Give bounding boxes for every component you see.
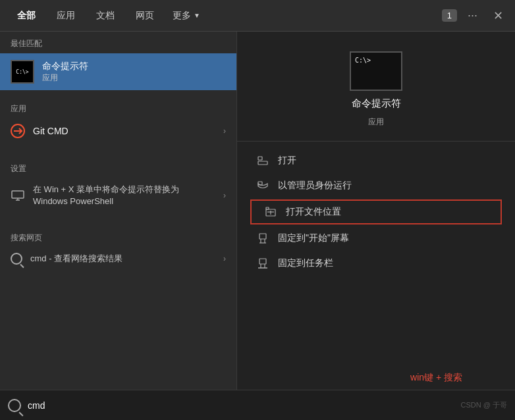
action-open-location-label: 打开文件位置	[286, 206, 341, 218]
web-search-arrow: ›	[223, 254, 226, 263]
setting-powershell-item[interactable]: 在 Win + X 菜单中将命令提示符替换为 Windows PowerShel…	[0, 178, 236, 213]
git-cmd-item[interactable]: Git CMD ›	[0, 118, 236, 144]
best-match-info: 命令提示符 应用	[42, 61, 88, 84]
best-match-item[interactable]: 命令提示符 应用	[0, 53, 236, 90]
main-container: 最佳匹配 命令提示符 应用 应用 Git CMD ›	[0, 32, 515, 390]
search-main-icon	[8, 399, 21, 412]
bottom-search-bar: CSDN @ 于哥	[0, 390, 515, 420]
web-search-section: 搜索网页 cmd - 查看网络搜索结果 ›	[0, 219, 236, 276]
monitor-icon	[11, 188, 25, 203]
cmd-app-icon	[11, 60, 34, 84]
action-pin-start[interactable]: 固定到"开始"屏幕	[237, 226, 515, 251]
top-right-controls: 1 ··· ✕	[442, 6, 508, 26]
more-options-button[interactable]: ···	[462, 6, 483, 25]
folder-icon	[265, 206, 277, 218]
search-input[interactable]	[28, 400, 454, 411]
best-match-name: 命令提示符	[42, 61, 88, 72]
action-pin-start-label: 固定到"开始"屏幕	[278, 232, 349, 244]
open-icon	[257, 155, 269, 167]
top-bar: 全部 应用 文档 网页 更多 ▼ 1 ··· ✕	[0, 0, 515, 32]
settings-section-title: 设置	[0, 157, 236, 178]
settings-section: 设置 在 Win + X 菜单中将命令提示符替换为 Windows PowerS…	[0, 150, 236, 219]
pin-start-icon	[257, 232, 269, 244]
right-panel: 命令提示符 应用 打开	[237, 32, 515, 390]
setting-item-left: 在 Win + X 菜单中将命令提示符替换为 Windows PowerShel…	[11, 184, 215, 207]
action-list: 打开 以管理员身份运行	[237, 142, 515, 282]
action-pin-taskbar-label: 固定到任务栏	[278, 257, 333, 269]
svg-rect-15	[259, 259, 266, 264]
best-match-type: 应用	[42, 72, 88, 84]
close-button[interactable]: ✕	[488, 6, 508, 26]
apps-section-title: 应用	[0, 97, 236, 118]
pin-taskbar-icon	[257, 257, 269, 269]
preview-title: 命令提示符	[352, 97, 401, 110]
result-count-badge: 1	[442, 9, 457, 22]
web-search-section-title: 搜索网页	[0, 226, 236, 248]
action-open[interactable]: 打开	[237, 148, 515, 173]
action-open-label: 打开	[278, 155, 296, 167]
tab-more[interactable]: 更多 ▼	[165, 6, 208, 26]
shield-icon	[257, 180, 269, 192]
web-item-left: cmd - 查看网络搜索结果	[11, 253, 122, 265]
brand-text: CSDN @ 于哥	[461, 400, 507, 410]
action-pin-taskbar[interactable]: 固定到任务栏	[237, 251, 515, 276]
action-open-location[interactable]: 打开文件位置	[250, 199, 502, 224]
best-match-section-title: 最佳匹配	[0, 32, 236, 53]
tab-more-label: 更多	[173, 10, 191, 22]
setting-arrow: ›	[223, 191, 226, 200]
hint-text: win键 + 搜索	[410, 372, 462, 384]
svg-rect-1	[12, 191, 24, 198]
svg-rect-11	[259, 234, 266, 239]
web-search-text: cmd - 查看网络搜索结果	[30, 253, 122, 265]
left-panel: 最佳匹配 命令提示符 应用 应用 Git CMD ›	[0, 32, 237, 390]
action-run-admin[interactable]: 以管理员身份运行	[237, 173, 515, 198]
tab-all[interactable]: 全部	[7, 6, 46, 26]
preview-type: 应用	[368, 117, 384, 128]
svg-rect-5	[258, 161, 267, 165]
setting-text: 在 Win + X 菜单中将命令提示符替换为 Windows PowerShel…	[33, 184, 215, 207]
web-search-icon	[11, 253, 22, 265]
tab-docs[interactable]: 文档	[86, 6, 125, 26]
git-cmd-item-left: Git CMD	[11, 124, 68, 138]
apps-section: 应用 Git CMD ›	[0, 90, 236, 150]
action-run-admin-label: 以管理员身份运行	[278, 180, 352, 192]
app-preview: 命令提示符 应用	[237, 32, 515, 142]
git-cmd-arrow: ›	[223, 126, 226, 136]
cmd-preview-icon	[350, 51, 402, 91]
git-cmd-label: Git CMD	[33, 126, 68, 136]
web-search-item[interactable]: cmd - 查看网络搜索结果 ›	[0, 248, 236, 270]
svg-rect-4	[258, 157, 262, 160]
tab-apps[interactable]: 应用	[46, 6, 86, 26]
tab-web[interactable]: 网页	[125, 6, 165, 26]
git-icon	[11, 124, 25, 138]
chevron-down-icon: ▼	[194, 12, 200, 19]
